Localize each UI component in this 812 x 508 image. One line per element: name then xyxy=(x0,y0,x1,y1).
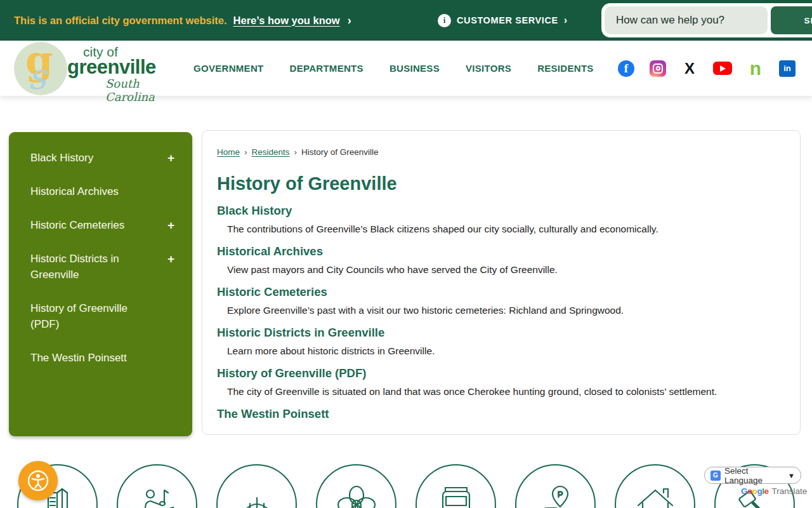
breadcrumb-residents[interactable]: Residents xyxy=(252,147,290,157)
bridge-icon[interactable] xyxy=(216,464,297,508)
facebook-icon[interactable]: f xyxy=(618,60,634,77)
google-translate-icon: G xyxy=(710,471,721,481)
section-black-history: Black History The contributions of Green… xyxy=(217,204,785,235)
nextdoor-icon[interactable]: n xyxy=(747,60,764,77)
language-select-label: Select Language xyxy=(724,466,784,485)
section-text: Explore Greenville’s past with a visit o… xyxy=(227,305,785,316)
breadcrumb-separator: › xyxy=(244,147,247,157)
customer-service-link[interactable]: i CUSTOMER SERVICE › xyxy=(438,0,567,41)
sidebar-item-label: Historic Cemeteries xyxy=(30,217,124,233)
history-sidebar: Black History + Historical Archives Hist… xyxy=(9,132,192,436)
logo-mark-icon: g s xyxy=(14,42,67,95)
logo-greenville: greenville xyxy=(67,56,156,79)
accessibility-button[interactable] xyxy=(18,461,58,500)
section-link-history-pdf[interactable]: History of Greenville (PDF) xyxy=(217,366,785,380)
section-history-pdf: History of Greenville (PDF) The city of … xyxy=(217,366,785,398)
official-banner: This is an official city government webs… xyxy=(0,0,812,41)
sidebar-item-historic-cemeteries[interactable]: Historic Cemeteries + xyxy=(22,208,180,242)
sidebar-item-label: Historical Archives xyxy=(30,184,119,199)
sidebar-item-westin-poinsett[interactable]: The Westin Poinsett xyxy=(22,341,180,375)
chevron-right-icon: › xyxy=(348,14,351,27)
section-link-historic-districts[interactable]: Historic Districts in Greenville xyxy=(217,326,785,340)
nav-departments[interactable]: DEPARTMENTS xyxy=(290,63,363,74)
section-link-black-history[interactable]: Black History xyxy=(217,204,785,218)
linkedin-icon[interactable]: in xyxy=(779,60,796,77)
nav-residents[interactable]: RESIDENTS xyxy=(537,63,594,74)
section-text: The contributions of Greenville’s Black … xyxy=(227,224,785,235)
house-icon[interactable] xyxy=(615,464,695,508)
section-text: The city of Greenville is situated on la… xyxy=(227,386,785,398)
play-icon xyxy=(720,65,726,72)
nav-visitors[interactable]: VISITORS xyxy=(466,63,511,74)
expand-plus-icon[interactable]: + xyxy=(167,150,174,166)
section-westin-poinsett: The Westin Poinsett xyxy=(217,407,785,421)
info-icon: i xyxy=(438,14,451,27)
official-statement: This is an official city government webs… xyxy=(14,0,351,41)
section-text: View past mayors and City Councils who h… xyxy=(227,264,785,276)
google-translate-attribution[interactable]: Google Translate xyxy=(741,486,807,496)
sidebar-item-black-history[interactable]: Black History + xyxy=(22,141,180,175)
logo-state: South Carolina xyxy=(105,77,183,104)
sidebar-item-historical-archives[interactable]: Historical Archives xyxy=(22,175,180,208)
instagram-icon[interactable] xyxy=(650,60,666,77)
breadcrumb: Home › Residents › History of Greenville xyxy=(217,147,785,157)
sidebar-item-label: History of Greenville (PDF) xyxy=(30,300,157,332)
footer-quick-links: P xyxy=(0,464,812,508)
nav-government[interactable]: GOVERNMENT xyxy=(193,63,264,74)
sidebar-item-label: Historic Districts in Greenville xyxy=(30,251,157,283)
logo-s-letter: s xyxy=(28,56,46,95)
sidebar-item-history-pdf[interactable]: History of Greenville (PDF) xyxy=(22,291,180,341)
flower-icon[interactable] xyxy=(316,464,396,508)
section-historic-districts: Historic Districts in Greenville Learn m… xyxy=(217,326,785,357)
page-title: History of Greenville xyxy=(217,173,785,194)
social-links: f X n in xyxy=(618,41,796,96)
main-nav: GOVERNMENT DEPARTMENTS BUSINESS VISITORS… xyxy=(193,41,594,96)
section-link-historical-archives[interactable]: Historical Archives xyxy=(217,244,785,258)
site-search: SEARCH xyxy=(601,3,812,37)
bus-icon[interactable] xyxy=(416,464,496,508)
how-you-know-link[interactable]: Here’s how you know xyxy=(233,15,340,27)
instagram-camera-icon xyxy=(653,64,663,74)
official-text: This is an official city government webs… xyxy=(14,15,227,27)
search-button[interactable]: SEARCH xyxy=(771,6,812,34)
breadcrumb-separator: › xyxy=(294,147,298,157)
chevron-right-icon: › xyxy=(564,15,567,26)
section-text: Learn more about historic districts in G… xyxy=(227,345,785,357)
parking-icon[interactable]: P xyxy=(515,464,596,508)
google-logo: Google xyxy=(741,486,769,496)
breadcrumb-current: History of Greenville xyxy=(301,147,379,157)
site-header: g s city of greenville South Carolina GO… xyxy=(0,41,812,96)
section-historic-cemeteries: Historic Cemeteries Explore Greenville’s… xyxy=(217,285,785,316)
expand-plus-icon[interactable]: + xyxy=(167,251,174,267)
section-link-historic-cemeteries[interactable]: Historic Cemeteries xyxy=(217,285,785,299)
chevron-down-icon: ▼ xyxy=(788,472,795,479)
section-historical-archives: Historical Archives View past mayors and… xyxy=(217,244,785,276)
expand-plus-icon[interactable]: + xyxy=(167,217,174,233)
x-twitter-icon[interactable]: X xyxy=(681,60,698,77)
youtube-icon[interactable] xyxy=(713,62,732,75)
svg-text:P: P xyxy=(557,490,563,499)
sidebar-item-historic-districts[interactable]: Historic Districts in Greenville + xyxy=(22,242,180,291)
translate-label: Translate xyxy=(772,486,808,496)
language-select[interactable]: G Select Language ▼ xyxy=(704,467,801,484)
city-logo[interactable]: g s city of greenville South Carolina xyxy=(11,41,183,96)
main-content: Home › Residents › History of Greenville… xyxy=(202,130,801,435)
search-input[interactable] xyxy=(605,6,768,34)
sidebar-item-label: The Westin Poinsett xyxy=(30,350,127,366)
customer-service-label: CUSTOMER SERVICE xyxy=(457,15,558,25)
sidebar-item-label: Black History xyxy=(30,150,93,166)
music-person-icon[interactable] xyxy=(117,464,197,508)
breadcrumb-home[interactable]: Home xyxy=(217,147,240,157)
section-link-westin-poinsett[interactable]: The Westin Poinsett xyxy=(217,407,785,421)
nav-business[interactable]: BUSINESS xyxy=(390,63,440,74)
